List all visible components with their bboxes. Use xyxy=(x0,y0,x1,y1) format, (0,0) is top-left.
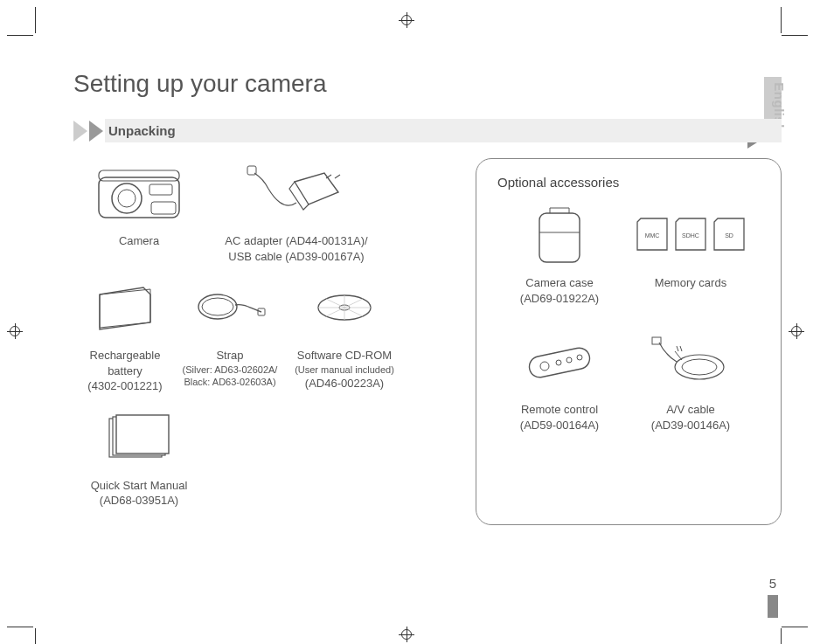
included-items: Camera AC adapter (AD44- xyxy=(73,158,455,525)
item-label-line: battery xyxy=(73,364,177,379)
registration-mark-icon xyxy=(399,12,414,28)
item-memory-cards: MMC SDHC SD xyxy=(625,200,756,306)
svg-point-20 xyxy=(577,355,582,360)
item-label: Camera xyxy=(73,233,205,249)
crop-mark xyxy=(782,35,808,36)
item-label-line: (4302-001221) xyxy=(73,378,177,394)
svg-point-2 xyxy=(112,184,142,213)
item-label-line: Strap xyxy=(177,348,283,364)
svg-rect-0 xyxy=(99,177,179,218)
card-label-sd: SD xyxy=(725,232,733,239)
item-label-line: (AD46-00223A) xyxy=(283,376,406,391)
svg-point-19 xyxy=(566,357,572,363)
item-battery: Rechargeable battery (4302-001221) xyxy=(73,273,177,394)
svg-point-18 xyxy=(556,360,561,365)
item-ac-adapter: AC adapter (AD44-00131A)/ USB cable (AD3… xyxy=(205,158,388,264)
optional-heading: Optional accessories xyxy=(497,175,763,190)
camera-icon xyxy=(95,165,183,221)
crop-mark xyxy=(7,35,33,36)
svg-rect-16 xyxy=(527,346,591,379)
battery-icon xyxy=(94,284,156,331)
item-label-line: (User manual included) xyxy=(283,364,406,377)
content-area: Setting up your camera Unpacking xyxy=(73,70,782,592)
svg-rect-14 xyxy=(116,415,169,454)
crop-mark xyxy=(7,627,33,627)
chevron-icon xyxy=(89,121,103,142)
svg-rect-1 xyxy=(99,170,179,181)
crop-mark xyxy=(35,628,36,644)
item-strap: Strap (Silver: AD63-02602A/ Black: AD63-… xyxy=(177,273,283,394)
strap-icon xyxy=(193,286,267,329)
svg-rect-15 xyxy=(539,213,580,262)
cd-icon xyxy=(314,284,375,331)
item-label-line: (AD68-03951A) xyxy=(73,493,205,509)
item-camera: Camera xyxy=(73,158,205,264)
chevron-icon xyxy=(73,121,87,142)
svg-point-8 xyxy=(202,298,233,315)
section-header: Unpacking xyxy=(73,119,782,142)
case-icon xyxy=(532,203,587,267)
svg-rect-5 xyxy=(151,202,176,214)
item-label-line: Quick Start Manual xyxy=(73,478,205,494)
av-cable-icon xyxy=(647,336,734,388)
crop-mark xyxy=(782,627,808,627)
item-av-cable: A/V cable (AD39-00146A) xyxy=(625,327,756,433)
registration-mark-icon xyxy=(399,627,414,642)
ac-adapter-icon xyxy=(244,163,349,224)
item-label-line: (AD59-00164A) xyxy=(494,418,625,433)
manual-icon xyxy=(104,412,174,464)
svg-point-3 xyxy=(118,190,136,207)
item-label-line: (AD39-00146A) xyxy=(625,418,756,433)
item-label: Memory cards xyxy=(625,275,756,291)
item-camera-case: Camera case (AD69-01922A) xyxy=(494,200,625,306)
item-cdrom: Software CD-ROM (User manual included) (… xyxy=(283,273,406,394)
item-label-line: Rechargeable xyxy=(73,348,177,364)
item-label-line: Camera case xyxy=(494,275,625,291)
item-quick-start-manual: Quick Start Manual (AD68-03951A) xyxy=(73,403,205,509)
item-label-line: Black: AD63-02603A) xyxy=(177,376,283,389)
item-label-line: A/V cable xyxy=(625,402,756,418)
card-label-sdhc: SDHC xyxy=(682,232,699,239)
svg-point-22 xyxy=(682,359,717,375)
item-label-line: (Silver: AD63-02602A/ xyxy=(177,364,283,377)
optional-accessories-box: Optional accessories Camera case (AD69-0… xyxy=(476,158,782,525)
item-label-line: Remote control xyxy=(494,402,625,418)
svg-rect-4 xyxy=(149,184,172,195)
section-title: Unpacking xyxy=(105,119,782,142)
page: English 5 Setting up your camera Unpacki… xyxy=(0,0,834,644)
crop-mark xyxy=(781,7,782,33)
item-label-line: (AD69-01922A) xyxy=(494,291,625,307)
item-remote: Remote control (AD59-00164A) xyxy=(494,327,625,433)
item-label-line: AC adapter (AD44-00131A)/ xyxy=(205,233,388,249)
crop-mark xyxy=(781,628,782,644)
card-label-mmc: MMC xyxy=(645,232,660,239)
remote-icon xyxy=(520,340,599,384)
registration-mark-icon xyxy=(789,323,804,339)
registration-mark-icon xyxy=(7,323,23,339)
item-label-line: Software CD-ROM xyxy=(283,348,406,364)
page-title: Setting up your camera xyxy=(73,70,782,98)
svg-point-17 xyxy=(540,362,549,370)
crop-mark xyxy=(35,7,36,33)
memory-cards-icon: MMC SDHC SD xyxy=(634,213,747,257)
item-label-line: USB cable (AD39-00167A) xyxy=(205,249,388,265)
